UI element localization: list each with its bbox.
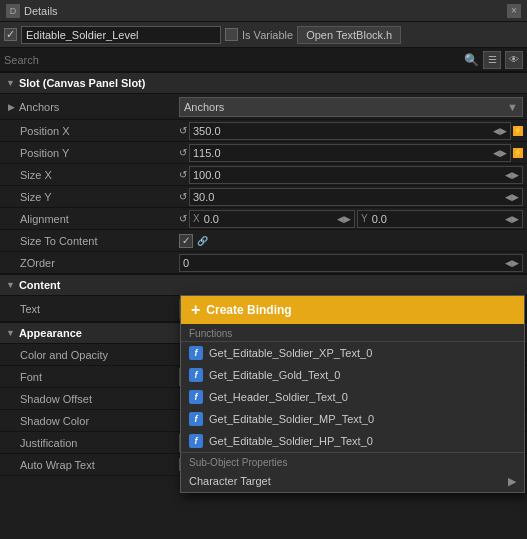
zorder-row: ZOrder 0 ◀▶: [0, 252, 527, 274]
alignment-value: ↺ X 0.0 ◀▶ Y 0.0 ◀▶: [179, 210, 523, 228]
search-bar: 🔍 ☰ 👁: [0, 48, 527, 72]
content-section-title: Content: [19, 279, 61, 291]
position-y-arrow-icon: ◀▶: [493, 148, 507, 158]
function-item-0[interactable]: f Get_Editable_Soldier_XP_Text_0: [181, 342, 524, 364]
character-target-arrow-icon: ▶: [508, 475, 516, 488]
alignment-y-label: Y: [361, 213, 368, 224]
appearance-section-title: Appearance: [19, 327, 82, 339]
content-section-header[interactable]: ▼ Content: [0, 274, 527, 296]
function-item-3[interactable]: f Get_Editable_Soldier_MP_Text_0: [181, 408, 524, 430]
title-icon: D: [6, 4, 20, 18]
func-icon-4: f: [189, 434, 203, 448]
function-item-1[interactable]: f Get_Editable_Gold_Text_0: [181, 364, 524, 386]
size-to-content-label: Size To Content: [4, 235, 179, 247]
size-y-label: Size Y: [4, 191, 179, 203]
alignment-field[interactable]: X 0.0 ◀▶: [189, 210, 355, 228]
size-to-content-row: Size To Content ✓ 🔗: [0, 230, 527, 252]
size-to-content-value: ✓ 🔗: [179, 234, 523, 248]
anchors-expand-icon[interactable]: ▶: [8, 102, 15, 112]
position-x-value: ↺ 350.0 ◀▶ ⚡: [179, 122, 523, 140]
search-input[interactable]: [4, 54, 460, 66]
function-item-4[interactable]: f Get_Editable_Soldier_HP_Text_0: [181, 430, 524, 452]
size-to-content-chain-icon: 🔗: [197, 236, 208, 246]
slot-section-title: Slot (Canvas Panel Slot): [19, 77, 146, 89]
eye-icon[interactable]: 👁: [505, 51, 523, 69]
layout-icon[interactable]: ☰: [483, 51, 501, 69]
create-binding-plus-icon: +: [191, 301, 200, 319]
size-y-text: 30.0: [193, 191, 503, 203]
position-y-row: Position Y ↺ 115.0 ◀▶ ⚡: [0, 142, 527, 164]
func-icon-1: f: [189, 368, 203, 382]
content-arrow-icon: ▼: [6, 280, 15, 290]
alignment-y-value: 0.0: [372, 213, 503, 225]
alignment-x-arrow: ◀▶: [337, 214, 351, 224]
position-y-value: ↺ 115.0 ◀▶ ⚡: [179, 144, 523, 162]
slot-arrow-icon: ▼: [6, 78, 15, 88]
sub-object-section-label: Sub-Object Properties: [181, 452, 524, 470]
slot-section-header[interactable]: ▼ Slot (Canvas Panel Slot): [0, 72, 527, 94]
func-icon-3: f: [189, 412, 203, 426]
character-target-item[interactable]: Character Target ▶: [181, 470, 524, 492]
size-y-arrow-icon: ◀▶: [505, 192, 519, 202]
size-y-reset-icon[interactable]: ↺: [179, 191, 187, 202]
search-icon[interactable]: 🔍: [464, 53, 479, 67]
size-x-reset-icon[interactable]: ↺: [179, 169, 187, 180]
auto-wrap-label: Auto Wrap Text: [4, 459, 179, 471]
func-icon-2: f: [189, 390, 203, 404]
is-variable-group: Is Variable: [225, 28, 293, 41]
position-x-reset-icon[interactable]: ↺: [179, 125, 187, 136]
position-y-field[interactable]: 115.0 ◀▶: [189, 144, 511, 162]
shadow-color-label: Shadow Color: [4, 415, 179, 427]
size-x-row: Size X ↺ 100.0 ◀▶: [0, 164, 527, 186]
shadow-offset-label: Shadow Offset: [4, 393, 179, 405]
function-item-2[interactable]: f Get_Header_Soldier_Text_0: [181, 386, 524, 408]
zorder-label: ZOrder: [4, 257, 179, 269]
position-x-text: 350.0: [193, 125, 491, 137]
alignment-label: Alignment: [4, 213, 179, 225]
toolbar: ✓ Editable_Soldier_Level Is Variable Ope…: [0, 22, 527, 48]
size-x-field[interactable]: 100.0 ◀▶: [189, 166, 523, 184]
position-y-reset-icon[interactable]: ↺: [179, 147, 187, 158]
func-icon-0: f: [189, 346, 203, 360]
alignment-x-label: X: [193, 213, 200, 224]
position-x-orange-icon[interactable]: ⚡: [513, 126, 523, 136]
anchors-dropdown[interactable]: Anchors ▼: [179, 97, 523, 117]
position-y-text: 115.0: [193, 147, 491, 159]
alignment-reset-icon[interactable]: ↺: [179, 213, 187, 224]
font-label: Font: [4, 371, 179, 383]
position-y-orange-icon[interactable]: ⚡: [513, 148, 523, 158]
position-x-arrow-icon: ◀▶: [493, 126, 507, 136]
zorder-field[interactable]: 0 ◀▶: [179, 254, 523, 272]
size-to-content-checkbox[interactable]: ✓: [179, 234, 193, 248]
appearance-arrow-icon: ▼: [6, 328, 15, 338]
title-text: Details: [24, 5, 507, 17]
size-x-arrow-icon: ◀▶: [505, 170, 519, 180]
justification-label: Justification: [4, 437, 179, 449]
position-y-label: Position Y: [4, 147, 179, 159]
title-bar: D Details ×: [0, 0, 527, 22]
is-variable-checkbox[interactable]: [225, 28, 238, 41]
alignment-field-y[interactable]: Y 0.0 ◀▶: [357, 210, 523, 228]
create-binding-label: Create Binding: [206, 303, 291, 317]
alignment-row: Alignment ↺ X 0.0 ◀▶ Y 0.0 ◀▶: [0, 208, 527, 230]
position-x-row: Position X ↺ 350.0 ◀▶ ⚡: [0, 120, 527, 142]
size-x-text: 100.0: [193, 169, 503, 181]
anchors-row: ▶ Anchors Anchors ▼: [0, 94, 527, 120]
zorder-arrow-icon: ◀▶: [505, 258, 519, 268]
size-x-label: Size X: [4, 169, 179, 181]
position-x-label: Position X: [4, 125, 179, 137]
alignment-x-value: 0.0: [204, 213, 335, 225]
size-y-field[interactable]: 30.0 ◀▶: [189, 188, 523, 206]
bind-dropdown-menu: + Create Binding Functions f Get_Editabl…: [180, 295, 525, 493]
toolbar-checkbox[interactable]: ✓: [4, 28, 17, 41]
color-opacity-label: Color and Opacity: [4, 349, 179, 361]
alignment-y-arrow: ◀▶: [505, 214, 519, 224]
close-icon[interactable]: ×: [507, 4, 521, 18]
create-binding-button[interactable]: + Create Binding: [181, 296, 524, 324]
position-x-field[interactable]: 350.0 ◀▶: [189, 122, 511, 140]
anchors-dropdown-arrow: ▼: [507, 101, 518, 113]
open-textblock-button[interactable]: Open TextBlock.h: [297, 26, 401, 44]
functions-section-label: Functions: [181, 324, 524, 342]
anchors-label: ▶ Anchors: [4, 101, 179, 113]
node-name-box[interactable]: Editable_Soldier_Level: [21, 26, 221, 44]
